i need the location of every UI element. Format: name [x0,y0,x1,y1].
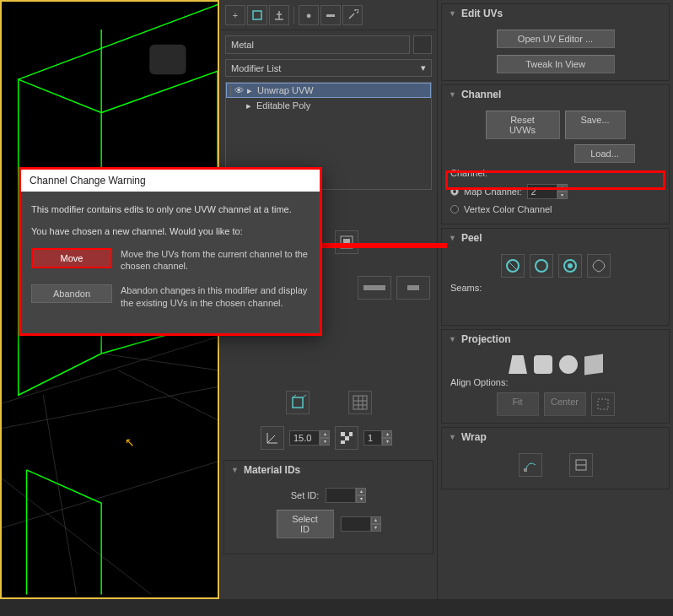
svg-rect-19 [407,285,419,290]
svg-rect-24 [293,397,303,408]
map-channel-radio[interactable] [450,187,459,196]
channel-label: Channel: [450,168,660,178]
checker-icon[interactable] [335,426,358,450]
tweak-in-view-button[interactable]: Tweak In View [497,55,615,73]
projection-rollout: ▼ Projection Align Options: Fit Center [441,329,670,424]
stack-item-unwrap[interactable]: 👁 ▸ Unwrap UVW [226,83,431,98]
svg-rect-27 [353,396,367,409]
expand-icon[interactable]: ▸ [245,100,253,111]
svg-line-26 [303,395,306,397]
rollout-title: Projection [461,333,511,345]
svg-line-0 [2,337,218,403]
rollout-toggle[interactable]: ▼ Material IDs [224,461,433,479]
display-icon[interactable]: ● [299,5,319,25]
angle-field[interactable] [289,430,320,446]
spinner-down[interactable]: ▾ [382,438,392,446]
modifier-name: Editable Poly [256,100,310,111]
object-color-swatch[interactable] [413,35,432,54]
dialog-line-1: This modifier contains edits to only one… [31,203,310,215]
modify-icon[interactable] [247,5,267,25]
select-id-field[interactable] [341,516,371,532]
rollout-toggle[interactable]: ▼ Edit UVs [442,4,669,23]
modifier-name: Unwrap UVW [257,85,314,95]
collapse-icon: ▼ [449,335,456,343]
svg-rect-32 [341,432,345,436]
seams-label: Seams: [450,283,660,293]
shrink-icon[interactable] [396,276,430,300]
planar-icon[interactable] [509,355,527,374]
rollout-title: Channel [461,89,501,100]
center-button[interactable]: Center [544,392,586,416]
spline-map-icon[interactable] [519,453,542,477]
svg-line-2 [2,386,218,428]
stack-item-editable-poly[interactable]: ▸ Editable Poly [226,98,431,113]
rollout-title: Edit UVs [461,8,503,19]
peel-icon-3[interactable] [558,254,582,278]
collapse-icon: ▼ [449,9,456,18]
checker-field[interactable] [363,430,382,446]
expand-icon[interactable]: ▸ [245,85,254,96]
select-id-button[interactable]: Select ID [277,510,334,538]
object-name-field[interactable] [225,35,410,54]
rollout-title: Material IDs [244,464,300,476]
abandon-button[interactable]: Abandon [31,284,112,303]
rollout-toggle[interactable]: ▼ Peel [442,229,669,247]
svg-line-4 [118,370,218,420]
svg-line-3 [43,395,76,594]
element-icon[interactable] [335,230,358,254]
rollout-toggle[interactable]: ▼ Wrap [442,428,669,446]
map-channel-label: Map Channel: [464,186,522,197]
load-button[interactable]: Load... [574,144,635,163]
angle-icon[interactable] [261,426,284,450]
create-icon[interactable]: + [225,5,245,25]
pelt-icon[interactable] [587,254,611,278]
rollout-toggle[interactable]: ▼ Projection [442,330,669,349]
reset-uvws-button[interactable]: Reset UVWs [486,111,560,139]
svg-point-37 [536,260,547,272]
spherical-icon[interactable] [559,355,578,374]
edit-uvs-rollout: ▼ Edit UVs Open UV Editor ... Tweak In V… [441,3,670,81]
open-uv-editor-button[interactable]: Open UV Editor ... [497,30,615,48]
spinner-down[interactable]: ▾ [320,438,330,446]
grid-icon[interactable] [348,391,372,414]
fit-button[interactable]: Fit [497,392,539,416]
vertex-color-radio[interactable] [450,205,459,213]
cylindrical-icon[interactable] [534,355,552,374]
svg-rect-40 [598,399,608,409]
hierarchy-icon[interactable] [269,5,289,25]
wrench-icon[interactable] [342,5,363,25]
svg-rect-8 [253,11,261,19]
collapse-icon: ▼ [449,433,456,441]
spinner-up[interactable]: ▴ [320,430,330,438]
grow-icon[interactable] [358,276,391,300]
svg-rect-33 [345,436,349,440]
spinner-up[interactable]: ▴ [382,430,392,438]
channel-change-warning-dialog: Channel Change Warning This modifier con… [19,167,322,336]
peel-rollout: ▼ Peel Seams: [441,228,670,326]
rollout-title: Wrap [461,431,487,443]
set-id-field[interactable] [326,488,356,503]
utilities-icon[interactable] [320,5,341,25]
svg-line-5 [2,462,218,528]
collapse-icon: ▼ [449,234,456,242]
box-proj-icon[interactable] [584,354,603,375]
svg-rect-41 [524,468,527,472]
move-description: Move the UVs from the current channel to… [121,248,310,273]
peel-icon-2[interactable] [530,254,553,278]
box-icon[interactable] [286,391,310,414]
collapse-icon: ▼ [449,90,456,99]
svg-rect-18 [363,285,385,290]
svg-rect-35 [341,440,345,444]
map-channel-field[interactable] [527,184,557,199]
save-button[interactable]: Save... [565,111,626,139]
unfold-icon[interactable] [569,453,593,477]
rollout-toggle[interactable]: ▼ Channel [442,85,669,104]
modifier-list-dropdown[interactable]: Modifier List ▾ [225,59,432,77]
move-button[interactable]: Move [31,248,112,268]
eye-icon[interactable]: 👁 [230,85,242,95]
collapse-icon: ▼ [231,466,239,474]
peel-icon-1[interactable] [501,254,525,278]
align-icon[interactable] [591,392,615,416]
dialog-title: Channel Change Warning [21,170,320,192]
svg-rect-34 [349,432,353,436]
